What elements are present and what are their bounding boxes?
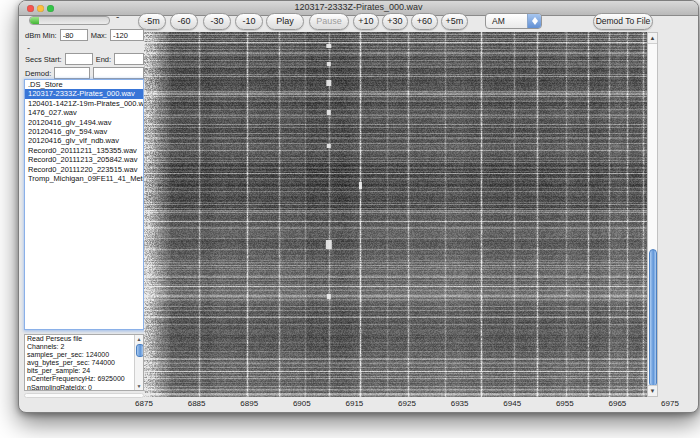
- info-line: samples_per_sec: 124000: [25, 351, 143, 359]
- info-line: nSamplingRateIdx: 0: [25, 384, 143, 391]
- demod-mode-select[interactable]: AM: [485, 13, 542, 29]
- seek-minus-5m-button[interactable]: -5m: [138, 13, 166, 30]
- freq-tick-label: 6905: [293, 399, 311, 408]
- list-item[interactable]: Record0_20111211_135355.wav: [25, 146, 143, 155]
- file-list[interactable]: .DS_Store 120317-2333Z-Pirates_000.wav 1…: [24, 79, 144, 330]
- scroll-down-icon[interactable]: ▼: [135, 382, 143, 390]
- spectrogram-area: [144, 32, 647, 397]
- play-button[interactable]: Play: [266, 13, 304, 30]
- dbm-min-input[interactable]: [60, 29, 88, 41]
- stepper-icon[interactable]: [527, 14, 541, 28]
- list-item[interactable]: 120401-1421Z-19m-Pirates_000.wav: [25, 99, 143, 108]
- freq-tick-label: 6955: [556, 399, 574, 408]
- spectrogram-scrollbar-thumb[interactable]: [649, 249, 657, 387]
- pause-button[interactable]: Pause: [309, 13, 349, 30]
- secs-end-input[interactable]: [114, 53, 144, 65]
- demod-input-1[interactable]: [54, 67, 90, 79]
- info-line: Channels: 2: [25, 343, 143, 351]
- list-item[interactable]: Tromp_Michigan_09FE11_41_Mete...: [25, 174, 143, 183]
- dbm-max-input[interactable]: [110, 29, 144, 41]
- list-item[interactable]: 20120416_glv_vlf_ndb.wav: [25, 136, 143, 145]
- seek-plus-10-button[interactable]: +10: [353, 13, 379, 30]
- progress-fill: [30, 17, 39, 24]
- freq-tick-label: 6925: [398, 399, 416, 408]
- info-scrollbar[interactable]: ▲ ▼: [134, 335, 143, 390]
- spectrogram-canvas[interactable]: [144, 32, 647, 397]
- info-line: bits_per_sample: 24: [25, 367, 143, 375]
- info-line: Read Perseus file: [25, 335, 143, 343]
- status-dash-label: -: [27, 43, 30, 53]
- secs-start-label: Secs Start:: [25, 55, 62, 64]
- seek-plus-5m-button[interactable]: +5m: [441, 13, 468, 30]
- info-horizontal-scrollbar[interactable]: [24, 393, 144, 398]
- dbm-max-label: Max:: [91, 31, 107, 40]
- freq-tick-label: 6945: [503, 399, 521, 408]
- demod-input-2[interactable]: [93, 67, 144, 79]
- list-item[interactable]: 20120416_glv_594.wav: [25, 127, 143, 136]
- freq-tick-label: 6895: [240, 399, 258, 408]
- list-item[interactable]: 20120416_glv_1494.wav: [25, 118, 143, 127]
- seek-plus-60-button[interactable]: +60: [411, 13, 438, 30]
- freq-tick-label: 6965: [608, 399, 626, 408]
- list-item[interactable]: Record0_20111220_223515.wav: [25, 165, 143, 174]
- list-item[interactable]: 1476_027.wav: [25, 108, 143, 117]
- progress-bar: [29, 16, 110, 25]
- demod-mode-value: AM: [492, 16, 505, 26]
- freq-tick-label: 6915: [345, 399, 363, 408]
- spectrogram-scrollbar[interactable]: ▲ ▼: [647, 32, 658, 397]
- freq-tick-label: 6885: [188, 399, 206, 408]
- file-info-box[interactable]: Read Perseus file Channels: 2 samples_pe…: [24, 334, 144, 391]
- seek-plus-30-button[interactable]: +30: [382, 13, 408, 30]
- app-window: 120317-2333Z-Pirates_000.wav - -5m -60 -…: [18, 0, 699, 413]
- secs-start-input[interactable]: [65, 53, 93, 65]
- secs-end-label: End:: [96, 55, 111, 64]
- seek-minus-30-button[interactable]: -30: [203, 13, 231, 30]
- dbm-min-label: dBm Min:: [25, 31, 57, 40]
- list-item[interactable]: .DS_Store: [25, 80, 143, 89]
- info-line: nCenterFrequencyHz: 6925000: [25, 375, 143, 383]
- freq-tick-label: 6975: [661, 399, 679, 408]
- list-item-selected[interactable]: 120317-2333Z-Pirates_000.wav: [25, 89, 143, 98]
- freq-tick-label: 6935: [451, 399, 469, 408]
- scroll-down-icon[interactable]: ▼: [648, 385, 657, 396]
- info-scrollbar-thumb[interactable]: [136, 344, 144, 357]
- freq-tick-label: 6875: [135, 399, 153, 408]
- progress-dash-label: -: [116, 11, 119, 22]
- demod-to-file-button[interactable]: Demod To File: [593, 13, 653, 30]
- seek-minus-10-button[interactable]: -10: [235, 13, 263, 30]
- demod-label: Demod:: [25, 69, 51, 78]
- scroll-up-icon[interactable]: ▲: [648, 33, 657, 44]
- window-title: 120317-2333Z-Pirates_000.wav: [19, 2, 698, 12]
- seek-minus-60-button[interactable]: -60: [170, 13, 198, 30]
- info-line: avg_bytes_per_sec: 744000: [25, 359, 143, 367]
- scroll-up-icon[interactable]: ▲: [135, 335, 143, 343]
- list-item[interactable]: Record0_20111213_205842.wav: [25, 155, 143, 164]
